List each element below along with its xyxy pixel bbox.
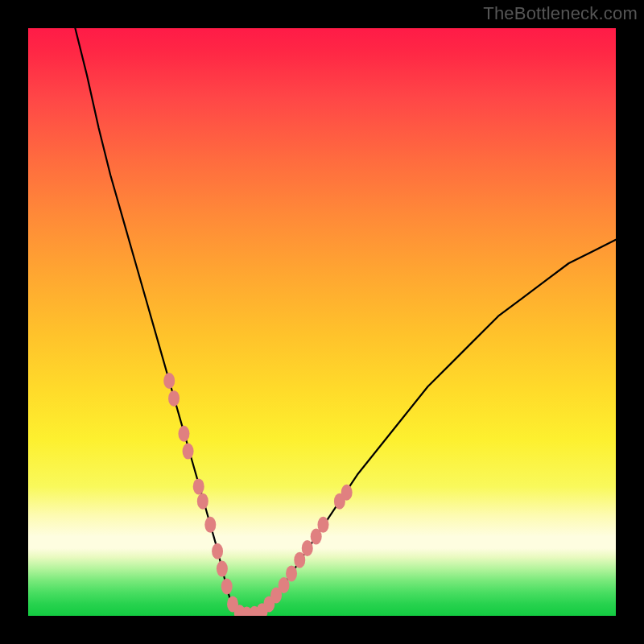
curve-marker [178, 426, 189, 442]
plot-area [28, 28, 616, 616]
curve-marker [168, 390, 180, 407]
marker-group [163, 373, 352, 616]
curve-marker [212, 543, 223, 559]
curve-marker [217, 561, 228, 577]
chart-svg [28, 28, 616, 616]
curve-marker [197, 493, 208, 510]
watermark-text: TheBottleneck.com [483, 3, 638, 24]
curve-marker [302, 540, 313, 556]
bottleneck-curve [75, 28, 616, 616]
chart-frame: TheBottleneck.com [0, 0, 644, 644]
curve-marker [183, 444, 194, 460]
curve-marker [193, 478, 204, 494]
curve-marker [317, 517, 328, 533]
curve-marker [294, 552, 305, 568]
curve-marker [286, 565, 297, 581]
curve-marker [341, 485, 353, 501]
curve-marker [163, 373, 175, 389]
curve-marker [279, 577, 290, 593]
curve-marker [221, 579, 233, 595]
curve-marker [204, 517, 216, 533]
